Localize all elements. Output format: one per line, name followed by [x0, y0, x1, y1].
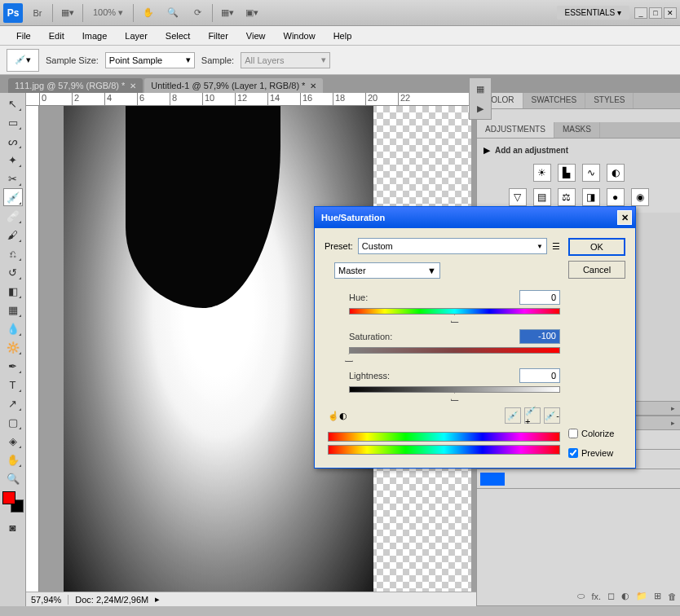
- screen-mode-icon[interactable]: ▣▾: [242, 3, 262, 23]
- layer-mask-icon[interactable]: ◻: [607, 591, 615, 601]
- clone-stamp-tool[interactable]: ⎌: [3, 244, 23, 262]
- masks-panel-tab[interactable]: MASKS: [554, 122, 600, 138]
- document-tab-2[interactable]: Untitled-1 @ 57,9% (Layer 1, RGB/8) *✕: [144, 78, 323, 93]
- ok-button[interactable]: OK: [568, 238, 625, 256]
- menu-file[interactable]: File: [8, 29, 39, 43]
- path-selection-tool[interactable]: ↗: [3, 394, 23, 412]
- status-arrow-icon[interactable]: ▸: [155, 594, 160, 605]
- hue-slider[interactable]: [349, 308, 560, 316]
- color-swatches[interactable]: [2, 491, 24, 513]
- dialog-titlebar[interactable]: Hue/Saturation ✕: [315, 207, 635, 228]
- hue-saturation-icon[interactable]: ▤: [533, 188, 551, 206]
- lightness-slider[interactable]: [349, 386, 560, 394]
- layer-thumbnail[interactable]: [480, 473, 505, 486]
- document-size[interactable]: Doc: 2,24M/2,96M: [75, 595, 148, 605]
- delete-layer-icon[interactable]: 🗑: [668, 592, 677, 601]
- lasso-tool[interactable]: ᔕ: [3, 132, 23, 150]
- menu-filter[interactable]: Filter: [200, 29, 236, 43]
- menu-help[interactable]: Help: [325, 29, 360, 43]
- blur-tool[interactable]: 💧: [3, 319, 23, 337]
- new-group-icon[interactable]: 📁: [636, 591, 647, 601]
- crop-tool[interactable]: ✂: [3, 169, 23, 187]
- history-brush-tool[interactable]: ↺: [3, 263, 23, 281]
- preview-checkbox[interactable]: Preview: [568, 448, 625, 458]
- close-tab-icon[interactable]: ✕: [310, 81, 316, 90]
- close-tab-icon[interactable]: ✕: [130, 81, 136, 90]
- menu-view[interactable]: View: [238, 29, 274, 43]
- document-tab-1[interactable]: 111.jpg @ 57,9% (RGB/8) *✕: [8, 78, 143, 93]
- rotate-view-icon[interactable]: ⟳: [188, 3, 207, 23]
- shape-tool[interactable]: ▢: [3, 413, 23, 431]
- brush-tool[interactable]: 🖌: [3, 226, 23, 244]
- workspace-switcher[interactable]: ESSENTIALS ▾: [557, 6, 629, 20]
- menu-edit[interactable]: Edit: [41, 29, 73, 43]
- zoom-percentage[interactable]: 57,94%: [31, 595, 61, 605]
- new-fill-layer-icon[interactable]: ◐: [621, 591, 629, 601]
- history-panel-icon[interactable]: ▦: [472, 81, 488, 96]
- eyedropper-tool[interactable]: 💉: [3, 188, 23, 206]
- swatches-panel-tab[interactable]: SWATCHES: [523, 93, 586, 108]
- type-tool[interactable]: T: [3, 376, 23, 394]
- healing-brush-tool[interactable]: 🩹: [3, 207, 23, 225]
- brightness-contrast-icon[interactable]: ☀: [533, 164, 551, 182]
- move-tool[interactable]: ↖: [3, 95, 23, 112]
- maximize-button[interactable]: □: [649, 7, 662, 19]
- preset-select[interactable]: Custom▼: [358, 238, 547, 254]
- eyedropper-add-icon[interactable]: 💉+: [524, 407, 541, 424]
- cancel-button[interactable]: Cancel: [568, 261, 625, 279]
- color-balance-icon[interactable]: ⚖: [558, 188, 576, 206]
- adjustments-panel-tab[interactable]: ADJUSTMENTS: [477, 122, 554, 138]
- eraser-tool[interactable]: ◧: [3, 282, 23, 300]
- arrange-documents-icon[interactable]: ▦▾: [218, 3, 237, 23]
- vertical-ruler[interactable]: [26, 106, 39, 606]
- layer-style-icon[interactable]: fx.: [591, 592, 601, 601]
- preset-menu-icon[interactable]: ☰: [552, 241, 560, 252]
- dialog-close-button[interactable]: ✕: [617, 210, 632, 225]
- targeted-adjustment-icon[interactable]: ☝◐: [328, 411, 347, 421]
- exposure-icon[interactable]: ◐: [607, 164, 625, 182]
- dodge-tool[interactable]: 🔆: [3, 338, 23, 356]
- saturation-slider[interactable]: [349, 347, 560, 355]
- menu-layer[interactable]: Layer: [117, 29, 156, 43]
- pen-tool[interactable]: ✒: [3, 357, 23, 375]
- hue-input[interactable]: [519, 290, 560, 305]
- sample-size-select[interactable]: Point Sample▾: [105, 52, 195, 68]
- curves-icon[interactable]: ∿: [582, 164, 600, 182]
- menu-window[interactable]: Window: [276, 29, 324, 43]
- saturation-input[interactable]: -100: [519, 329, 560, 344]
- zoom-display[interactable]: 100% ▾: [88, 7, 128, 18]
- black-white-icon[interactable]: ◨: [582, 188, 600, 206]
- adjustment-preset-icon[interactable]: ▶: [484, 145, 490, 156]
- hand-tool[interactable]: ✋: [3, 451, 23, 469]
- magic-wand-tool[interactable]: ✦: [3, 151, 23, 169]
- edit-range-select[interactable]: Master▼: [334, 262, 440, 279]
- marquee-tool[interactable]: ▭: [3, 113, 23, 131]
- minimize-button[interactable]: _: [634, 7, 647, 19]
- menu-image[interactable]: Image: [74, 29, 116, 43]
- bridge-icon[interactable]: Br: [28, 3, 47, 23]
- lightness-input[interactable]: [519, 368, 560, 383]
- sample-select[interactable]: All Layers▾: [241, 52, 330, 68]
- levels-icon[interactable]: ▙: [558, 164, 576, 182]
- colorize-checkbox[interactable]: Colorize: [568, 429, 625, 438]
- menu-select[interactable]: Select: [157, 29, 199, 43]
- close-button[interactable]: ✕: [664, 7, 677, 19]
- channel-mixer-icon[interactable]: ◉: [631, 188, 649, 206]
- horizontal-ruler[interactable]: 0246810121416182022: [26, 93, 476, 106]
- styles-panel-tab[interactable]: STYLES: [585, 93, 634, 108]
- eyedropper-sample-icon[interactable]: 💉: [505, 407, 521, 424]
- quick-mask-toggle[interactable]: ◙: [3, 518, 23, 536]
- gradient-tool[interactable]: ▦: [3, 301, 23, 319]
- tool-preset-picker[interactable]: 💉▾: [7, 49, 39, 72]
- zoom-tool-icon[interactable]: 🔍: [163, 3, 183, 23]
- photo-filter-icon[interactable]: ●: [607, 188, 625, 206]
- foreground-color[interactable]: [2, 491, 15, 504]
- hand-tool-icon[interactable]: ✋: [139, 3, 158, 23]
- eyedropper-subtract-icon[interactable]: 💉-: [544, 407, 560, 424]
- vibrance-icon[interactable]: ▽: [509, 188, 527, 206]
- new-layer-icon[interactable]: ⊞: [654, 591, 661, 601]
- 3d-tool[interactable]: ◈: [3, 432, 23, 450]
- view-extras-icon[interactable]: ▦▾: [58, 3, 77, 23]
- zoom-tool[interactable]: 🔍: [3, 469, 23, 487]
- link-layers-icon[interactable]: ⬭: [577, 591, 585, 601]
